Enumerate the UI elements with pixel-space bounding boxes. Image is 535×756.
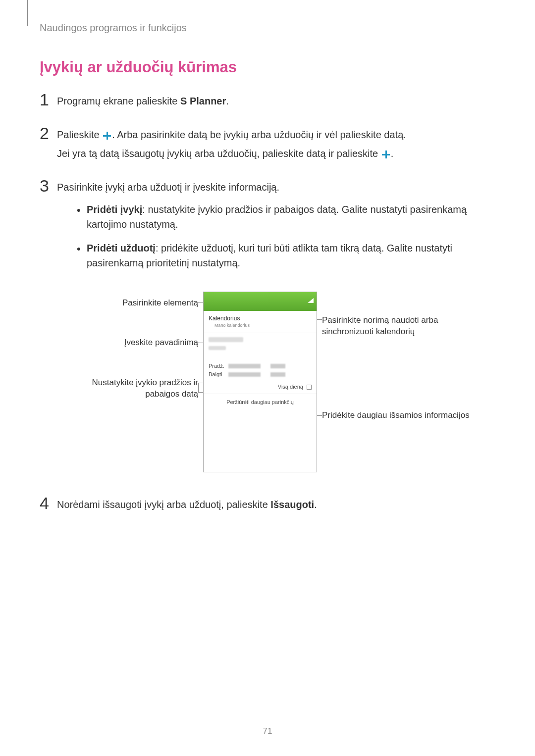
bullet-add-task: Pridėti užduotį: pridėkite užduotį, kuri… — [77, 241, 495, 270]
page-number: 71 — [263, 726, 272, 736]
text: . Arba pasirinkite datą be įvykių arba u… — [112, 129, 406, 140]
save-label: Išsaugoti — [270, 499, 314, 510]
step-body: Palieskite . Arba pasirinkite datą be įv… — [57, 125, 495, 165]
text: . — [226, 96, 229, 106]
step-body: Norėdami išsaugoti įvykį arba užduotį, p… — [57, 495, 495, 516]
section-title: Įvykių ar užduočių kūrimas — [40, 58, 495, 76]
text: Pasirinkite įvykį arba užduotį ir įveski… — [57, 180, 495, 195]
phone-statusbar — [204, 292, 317, 311]
step-number: 4 — [40, 495, 57, 511]
end-label: Baigti — [209, 371, 228, 377]
all-day-label: Visą dieną — [278, 384, 303, 390]
text: Norėdami išsaugoti įvykį arba užduotį, p… — [57, 499, 270, 510]
step-number: 2 — [40, 125, 57, 142]
bullet-add-event: Pridėti įvykį: nustatykite įvykio pradži… — [77, 202, 495, 232]
start-label: Pradž. — [209, 363, 228, 369]
more-options-row: Peržiūrėti daugiau parinkčių — [204, 394, 317, 410]
plus-icon — [103, 132, 111, 140]
text: Palieskite — [57, 129, 102, 140]
annotated-screenshot: Pasirinkite elementą Įveskite pavadinimą… — [64, 292, 471, 475]
step-2: 2 Palieskite . Arba pasirinkite datą be … — [40, 125, 495, 165]
step-3: 3 Pasirinkite įvykį arba užduotį ir įves… — [40, 177, 495, 279]
step-number: 1 — [40, 91, 57, 108]
all-day-row: Visą dieną — [204, 383, 317, 394]
leader-line — [198, 383, 199, 392]
my-calendar-label: Mano kalendorius — [214, 323, 312, 328]
checkbox-icon — [307, 385, 312, 390]
plus-icon — [382, 151, 390, 158]
bullet-bold: Pridėti įvykį — [87, 204, 142, 215]
blur-placeholder — [270, 364, 285, 368]
calendar-selector: Kalendorius Mano kalendorius — [204, 311, 317, 333]
title-input-block — [204, 333, 317, 360]
date-block: Pradž. Baigti — [204, 360, 317, 383]
step-4: 4 Norėdami išsaugoti įvykį arba užduotį,… — [40, 495, 495, 516]
text: Jei yra tą datą išsaugotų įvykių arba už… — [57, 148, 381, 159]
callout-select-item: Pasirinkite elementą — [64, 298, 198, 309]
phone-frame: Kalendorius Mano kalendorius Pradž. Baig… — [203, 292, 317, 472]
bullet-bold: Pridėti užduotį — [87, 243, 156, 253]
blur-placeholder — [228, 372, 261, 377]
blur-placeholder — [209, 346, 226, 350]
text: . — [391, 148, 394, 159]
step-body: Pasirinkite įvykį arba užduotį ir įveski… — [57, 177, 495, 279]
callout-add-details: Pridėkite daugiau išsamios informacijos — [322, 410, 471, 421]
blur-placeholder — [228, 364, 261, 368]
breadcrumb: Naudingos programos ir funkcijos — [40, 22, 495, 34]
calendar-label: Kalendorius — [209, 315, 312, 322]
callout-set-dates: Nustatykite įvykio pradžios ir pabaigos … — [64, 377, 198, 400]
step-1: 1 Programų ekrane palieskite S Planner. — [40, 91, 495, 112]
signal-icon — [308, 298, 314, 303]
step-number: 3 — [40, 177, 57, 194]
text: Programų ekrane palieskite — [57, 96, 180, 106]
blur-placeholder — [209, 337, 243, 342]
text: . — [314, 499, 317, 510]
margin-rule — [27, 0, 28, 26]
app-name-splanner: S Planner — [180, 96, 226, 106]
step-body: Programų ekrane palieskite S Planner. — [57, 91, 495, 112]
blur-placeholder — [270, 372, 285, 377]
callout-select-calendar: Pasirinkite norimą naudoti arba sinchron… — [322, 315, 471, 338]
bullet-rest: : nustatykite įvykio pradžios ir pabaigo… — [87, 204, 467, 230]
callout-enter-name: Įveskite pavadinimą — [64, 337, 198, 349]
